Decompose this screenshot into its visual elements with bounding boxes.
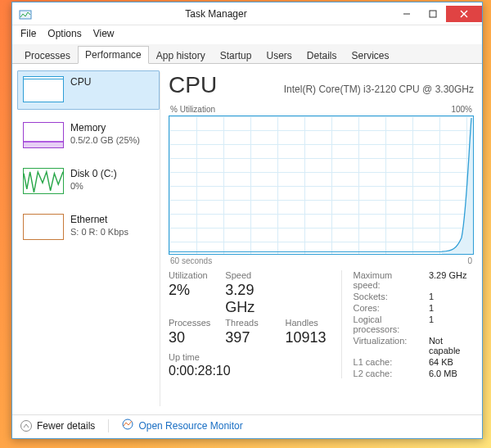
chart-top-right-label: 100% — [451, 105, 472, 114]
ethernet-thumb-icon — [23, 214, 64, 240]
side-item-ethernet[interactable]: Ethernet S: 0 R: 0 Kbps — [17, 208, 160, 247]
chart-flat-segment — [169, 251, 442, 252]
handles-label: Handles — [285, 318, 326, 328]
chart-bottom-left-label: 60 seconds — [170, 256, 212, 265]
task-manager-window: Task Manager File Options View Processes… — [11, 2, 483, 439]
cpu-utilization-chart[interactable] — [169, 115, 474, 255]
processes-label: Processes — [169, 318, 210, 328]
blank1 — [285, 270, 326, 280]
threads-value: 397 — [225, 329, 270, 346]
side-cpu-title: CPU — [70, 76, 91, 88]
resource-monitor-icon — [122, 419, 133, 432]
menu-file[interactable]: File — [20, 28, 36, 39]
l2-value: 6.0 MB — [429, 369, 474, 378]
lp-value: 1 — [429, 315, 474, 334]
utilization-label: Utilization — [169, 270, 210, 280]
tab-processes[interactable]: Processes — [17, 47, 78, 64]
side-item-memory[interactable]: Memory 0.5/2.0 GB (25%) — [17, 116, 160, 156]
memory-thumb-icon — [23, 122, 64, 148]
fewer-details-label: Fewer details — [37, 420, 95, 432]
cpu-thumb-icon — [23, 76, 64, 102]
uptime-value: 0:00:28:10 — [169, 364, 327, 378]
uptime-label: Up time — [169, 352, 327, 362]
side-item-cpu[interactable]: CPU — [17, 70, 160, 110]
chart-top-left-label: % Utilization — [170, 105, 215, 114]
cpu-heading: CPU — [169, 72, 217, 98]
chevron-up-icon — [20, 420, 32, 432]
handles-value: 10913 — [285, 329, 326, 346]
maximize-button[interactable] — [420, 6, 446, 22]
side-item-disk[interactable]: Disk 0 (C:) 0% — [17, 162, 160, 201]
menu-view[interactable]: View — [93, 28, 115, 39]
main-pane: CPU Intel(R) Core(TM) i3-2120 CPU @ 3.30… — [160, 64, 482, 414]
sockets-value: 1 — [429, 292, 474, 301]
resource-side-list: CPU Memory 0.5/2.0 GB (25%) Dis — [12, 64, 160, 414]
window-title: Task Manager — [38, 8, 394, 20]
side-eth-title: Ethernet — [70, 214, 128, 225]
open-resource-monitor-label: Open Resource Monitor — [138, 420, 242, 432]
content-body: CPU Memory 0.5/2.0 GB (25%) Dis — [12, 64, 482, 414]
minimize-button[interactable] — [394, 6, 420, 22]
chart-spike-segment — [442, 116, 473, 254]
close-button[interactable] — [446, 6, 482, 22]
max-speed-label: Maximum speed: — [354, 270, 421, 290]
chart-grid — [169, 116, 473, 254]
virt-label: Virtualization: — [354, 336, 421, 355]
footer-separator — [108, 419, 109, 432]
virt-value: Not capable — [429, 336, 474, 355]
speed-value: 3.29 GHz — [225, 282, 270, 316]
side-memory-sub: 0.5/2.0 GB (25%) — [70, 135, 140, 145]
open-resource-monitor-link[interactable]: Open Resource Monitor — [122, 419, 242, 432]
menu-options[interactable]: Options — [47, 28, 81, 39]
tab-performance[interactable]: Performance — [78, 46, 149, 64]
stats-left: Utilization Speed 2% 3.29 GHz Processes … — [169, 270, 327, 378]
max-speed-value: 3.29 GHz — [429, 270, 474, 290]
tab-startup[interactable]: Startup — [213, 47, 259, 64]
tab-strip: Processes Performance App history Startu… — [12, 44, 482, 64]
l2-label: L2 cache: — [354, 369, 421, 378]
stats-area: Utilization Speed 2% 3.29 GHz Processes … — [169, 270, 474, 378]
svg-rect-0 — [20, 11, 31, 19]
speed-label: Speed — [225, 270, 270, 280]
svg-rect-2 — [430, 11, 436, 17]
side-disk-sub: 0% — [70, 181, 117, 191]
cores-label: Cores: — [354, 303, 421, 313]
title-bar[interactable]: Task Manager — [12, 2, 482, 25]
utilization-value: 2% — [169, 282, 210, 316]
tab-details[interactable]: Details — [300, 47, 345, 64]
disk-thumb-icon — [23, 168, 64, 194]
menu-bar: File Options View — [12, 25, 482, 44]
tab-services[interactable]: Services — [345, 47, 397, 64]
chart-bottom-right-label: 0 — [467, 256, 472, 265]
footer-bar: Fewer details Open Resource Monitor — [12, 414, 482, 436]
side-disk-title: Disk 0 (C:) — [70, 168, 117, 179]
app-icon — [17, 6, 34, 22]
sockets-label: Sockets: — [354, 292, 421, 301]
cores-value: 1 — [429, 303, 474, 313]
cpu-model: Intel(R) Core(TM) i3-2120 CPU @ 3.30GHz — [230, 84, 474, 95]
lp-label: Logical processors: — [354, 315, 421, 334]
l1-label: L1 cache: — [354, 357, 421, 367]
side-memory-title: Memory — [70, 122, 140, 133]
blank2 — [285, 282, 326, 316]
processes-value: 30 — [169, 329, 210, 346]
side-eth-sub: S: 0 R: 0 Kbps — [70, 227, 128, 237]
fewer-details-button[interactable]: Fewer details — [20, 420, 95, 432]
tab-app-history[interactable]: App history — [149, 47, 213, 64]
l1-value: 64 KB — [429, 357, 474, 367]
tab-users[interactable]: Users — [259, 47, 299, 64]
threads-label: Threads — [225, 318, 270, 328]
stats-right: Maximum speed: 3.29 GHz Sockets: 1 Cores… — [341, 270, 474, 378]
